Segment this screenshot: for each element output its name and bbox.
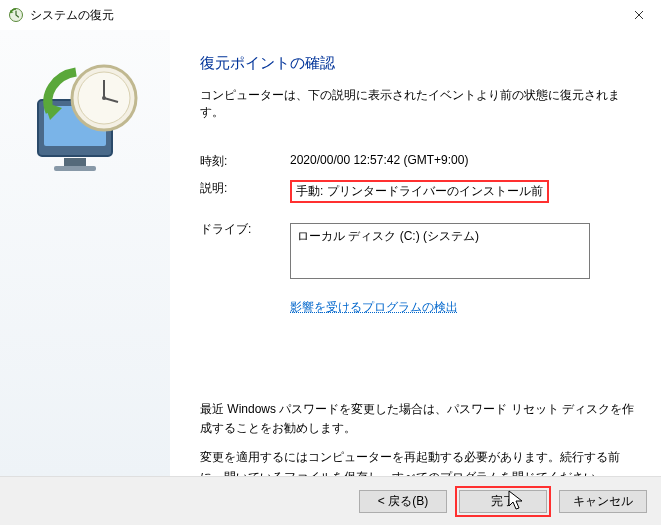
svg-rect-4 xyxy=(54,166,96,171)
desc-value-highlight: 手動: プリンタードライバーのインストール前 xyxy=(290,180,549,203)
close-button[interactable] xyxy=(616,0,661,30)
page-subline: コンピューターは、下の説明に表示されたイベントより前の状態に復元されます。 xyxy=(200,87,637,121)
restore-icon xyxy=(8,7,24,23)
right-pane: 復元ポイントの確認 コンピューターは、下の説明に表示されたイベントより前の状態に… xyxy=(170,30,661,476)
svg-rect-3 xyxy=(64,158,86,166)
desc-value: 手動: プリンタードライバーのインストール前 xyxy=(296,184,543,198)
desc-value-wrap: 手動: プリンタードライバーのインストール前 xyxy=(290,180,637,203)
time-label: 時刻: xyxy=(200,153,290,170)
titlebar: システムの復元 xyxy=(0,0,661,30)
password-note: 最近 Windows パスワードを変更した場合は、パスワード リセット ディスク… xyxy=(200,400,637,438)
drive-value-wrap: ローカル ディスク (C:) (システム) xyxy=(290,221,637,279)
finish-button[interactable]: 完了 xyxy=(459,490,547,513)
finish-highlight: 完了 xyxy=(455,486,551,517)
row-drive: ドライブ: ローカル ディスク (C:) (システム) xyxy=(200,221,637,279)
left-pane xyxy=(0,30,170,476)
window-title: システムの復元 xyxy=(30,7,114,24)
drives-listbox[interactable]: ローカル ディスク (C:) (システム) xyxy=(290,223,590,279)
content-area: 復元ポイントの確認 コンピューターは、下の説明に表示されたイベントより前の状態に… xyxy=(0,30,661,476)
drive-label: ドライブ: xyxy=(200,221,290,279)
restore-artwork xyxy=(20,58,150,178)
cancel-button[interactable]: キャンセル xyxy=(559,490,647,513)
row-description: 説明: 手動: プリンタードライバーのインストール前 xyxy=(200,180,637,203)
page-heading: 復元ポイントの確認 xyxy=(200,54,637,73)
drive-value: ローカル ディスク (C:) (システム) xyxy=(297,229,479,243)
row-time: 時刻: 2020/00/00 12:57:42 (GMT+9:00) xyxy=(200,153,637,170)
svg-point-9 xyxy=(102,96,106,100)
footer: < 戻る(B) 完了 キャンセル xyxy=(0,476,661,525)
back-button[interactable]: < 戻る(B) xyxy=(359,490,447,513)
scan-affected-link[interactable]: 影響を受けるプログラムの検出 xyxy=(290,299,458,316)
desc-label: 説明: xyxy=(200,180,290,203)
time-value: 2020/00/00 12:57:42 (GMT+9:00) xyxy=(290,153,637,170)
